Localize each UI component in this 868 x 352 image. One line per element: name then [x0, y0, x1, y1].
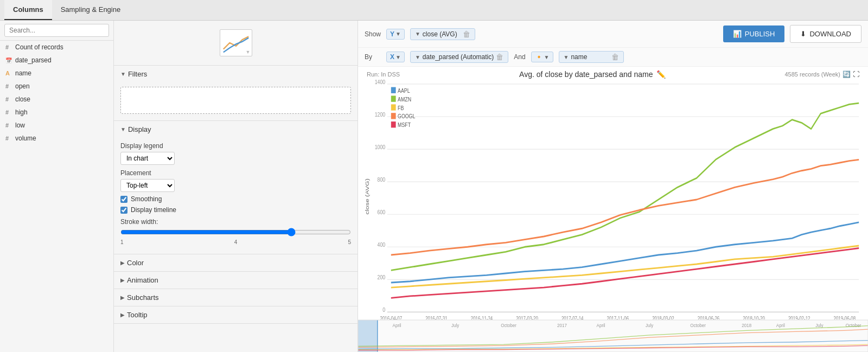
chart-preview: ▼ — [114, 21, 358, 66]
download-button[interactable]: ⬇ DOWNLOAD — [790, 25, 861, 43]
middle-panel: ▼ ▼ Filters ▼ Display Display legend — [114, 21, 358, 352]
svg-text:2017-07-14: 2017-07-14 — [561, 316, 583, 319]
download-icon: ⬇ — [800, 30, 806, 38]
num-icon: # — [5, 96, 12, 103]
col-count-of-records[interactable]: # Count of records — [0, 41, 113, 54]
svg-text:July: July — [451, 322, 459, 328]
x-value-dropdown[interactable]: ▼ date_parsed (Automatic) 🗑 — [410, 51, 508, 63]
col-open[interactable]: # open — [0, 80, 113, 93]
top-tabs: Columns Sampling & Engine — [0, 0, 868, 21]
svg-text:2017-11-06: 2017-11-06 — [607, 316, 629, 319]
chart-panel: Show Y ▼ ▼ close (AVG) 🗑 📊 PUBLISH ⬇ DOW… — [358, 21, 868, 352]
svg-text:1000: 1000 — [375, 144, 386, 150]
svg-text:800: 800 — [378, 176, 386, 183]
col-close[interactable]: # close — [0, 93, 113, 106]
color-section: ▶ Color — [114, 254, 358, 272]
color-axis-badge: 🔸 ▼ — [531, 52, 553, 62]
svg-rect-25 — [391, 121, 396, 127]
col-name[interactable]: A name — [0, 67, 113, 80]
x-trash-icon[interactable]: 🗑 — [496, 53, 503, 61]
display-timeline-label: Display timeline — [131, 206, 176, 214]
svg-text:0: 0 — [382, 306, 385, 313]
col-volume[interactable]: # volume — [0, 132, 113, 145]
search-input[interactable] — [4, 24, 109, 37]
svg-rect-21 — [391, 104, 396, 110]
color-header[interactable]: ▶ Color — [114, 254, 358, 271]
records-area: 4585 records (Week) 🔄 ⛶ — [784, 71, 859, 78]
col-name: date_parsed — [15, 56, 52, 64]
svg-text:1400: 1400 — [375, 80, 386, 85]
display-legend-row: In chart Top-left Top-right Bottom-left … — [120, 152, 351, 165]
chart-header: Run: In DSS Avg. of close by date_parsed… — [358, 67, 868, 80]
col-low[interactable]: # low — [0, 119, 113, 132]
tab-columns[interactable]: Columns — [4, 0, 52, 20]
col-name: Count of records — [15, 43, 63, 51]
svg-text:October: October — [501, 322, 516, 328]
records-label: 4585 records (Week) — [784, 71, 840, 78]
y-value-dropdown[interactable]: ▼ close (AVG) 🗑 — [410, 28, 475, 40]
smoothing-checkbox[interactable] — [120, 196, 127, 203]
x-dropdown-arrow: ▼ — [395, 54, 401, 60]
svg-text:2019-02-12: 2019-02-12 — [788, 316, 810, 319]
svg-rect-40 — [358, 320, 868, 352]
subcharts-arrow: ▶ — [120, 295, 125, 300]
chart-thumbnail[interactable]: ▼ — [220, 29, 252, 56]
tooltip-header[interactable]: ▶ Tooltip — [114, 306, 358, 323]
stroke-label: Stroke width: — [120, 218, 351, 226]
svg-text:AAPL: AAPL — [398, 87, 410, 94]
y-axis-badge: Y ▼ — [386, 29, 405, 40]
svg-rect-23 — [391, 113, 396, 119]
tab-sampling[interactable]: Sampling & Engine — [52, 0, 130, 20]
x-letter: X — [390, 53, 394, 61]
publish-icon: 📊 — [733, 30, 742, 38]
col-label: open — [15, 82, 30, 90]
color-label: Color — [127, 259, 144, 267]
expand-icon[interactable]: ⛶ — [853, 71, 859, 78]
filters-header[interactable]: ▼ Filters — [114, 66, 358, 82]
tick-5: 5 — [348, 239, 351, 245]
chart-title-area: Avg. of close by date_parsed and name ✏️ — [519, 70, 665, 79]
calendar-icon: 📅 — [5, 57, 12, 63]
svg-text:October: October — [846, 322, 861, 328]
color-value-dropdown[interactable]: ▼ name 🗑 — [559, 51, 624, 63]
tick-4: 4 — [234, 239, 238, 245]
publish-button[interactable]: 📊 PUBLISH — [723, 25, 785, 42]
display-label: Display — [128, 125, 151, 133]
display-header[interactable]: ▼ Display — [114, 121, 358, 138]
num-icon: # — [5, 44, 12, 50]
svg-text:FB: FB — [398, 104, 404, 111]
x-value-arrow: ▼ — [415, 54, 420, 60]
stroke-slider[interactable] — [120, 228, 351, 236]
color-dropdown-arrow: ▼ — [544, 54, 550, 60]
svg-text:2018-03-02: 2018-03-02 — [652, 316, 674, 319]
refresh-icon[interactable]: 🔄 — [843, 71, 851, 78]
col-label: name — [15, 69, 31, 77]
tooltip-section: ▶ Tooltip — [114, 306, 358, 324]
and-label: And — [514, 53, 525, 61]
animation-header[interactable]: ▶ Animation — [114, 272, 358, 289]
subcharts-header[interactable]: ▶ Subcharts — [114, 289, 358, 306]
svg-rect-17 — [391, 87, 396, 93]
tooltip-label: Tooltip — [127, 311, 148, 319]
display-timeline-row: Display timeline — [120, 206, 351, 214]
animation-label: Animation — [127, 276, 158, 284]
filters-body — [114, 82, 358, 120]
placement-select[interactable]: Top-left Top-right Bottom-left Bottom-ri… — [120, 179, 175, 192]
display-arrow: ▼ — [120, 126, 126, 132]
chart-title: Avg. of close by date_parsed and name — [519, 70, 653, 79]
tick-1: 1 — [120, 239, 124, 245]
col-date-parsed[interactable]: 📅 date_parsed — [0, 54, 113, 67]
display-timeline-checkbox[interactable] — [120, 207, 127, 214]
display-legend-select[interactable]: In chart Top-left Top-right Bottom-left … — [120, 152, 175, 165]
svg-text:2017-03-20: 2017-03-20 — [516, 316, 538, 319]
filters-label: Filters — [128, 70, 147, 78]
y-trash-icon[interactable]: 🗑 — [463, 30, 470, 39]
timeline-bar[interactable]: April July October 2017 April July Octob… — [358, 319, 868, 352]
col-high[interactable]: # high — [0, 106, 113, 119]
filter-dropzone[interactable] — [120, 87, 351, 114]
edit-title-icon[interactable]: ✏️ — [656, 70, 666, 79]
display-body: Display legend In chart Top-left Top-rig… — [114, 142, 358, 249]
placement-label: Placement — [120, 169, 351, 177]
color-trash-icon[interactable]: 🗑 — [611, 53, 619, 61]
svg-rect-19 — [391, 95, 396, 101]
